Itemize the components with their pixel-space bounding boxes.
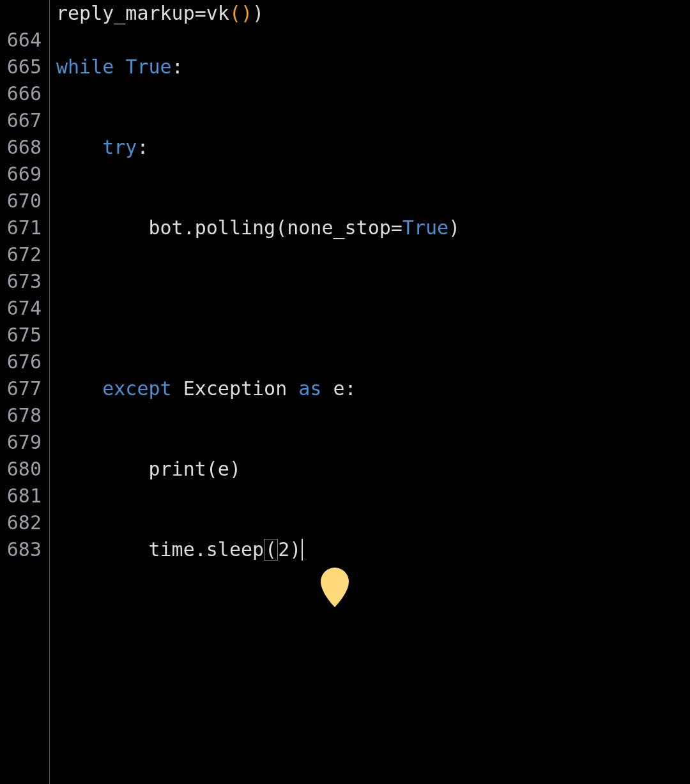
code-line[interactable] — [56, 349, 690, 375]
code-token: reply_markup=vk — [56, 2, 229, 24]
line-number: 670 — [0, 188, 49, 215]
code-editor[interactable]: 6646656666676686696706716726736746756766… — [0, 0, 690, 784]
line-number: 664 — [0, 27, 49, 54]
code-token: True — [402, 216, 448, 239]
matched-bracket: ( — [264, 539, 278, 561]
code-token: ) — [241, 2, 252, 24]
line-number: 681 — [0, 483, 49, 509]
code-token: : — [137, 136, 148, 158]
code-line[interactable]: while True: — [56, 54, 690, 80]
code-token: e: — [321, 377, 356, 400]
code-token: try — [102, 136, 137, 158]
code-line[interactable] — [56, 268, 690, 295]
line-number: 680 — [0, 456, 49, 483]
code-line[interactable]: try: — [56, 134, 690, 161]
code-line[interactable] — [56, 80, 690, 107]
line-number-gutter: 6646656666676686696706716726736746756766… — [0, 0, 50, 784]
code-token: True — [125, 56, 171, 78]
line-number: 667 — [0, 107, 49, 134]
code-token: as — [298, 377, 321, 400]
code-line[interactable] — [56, 188, 690, 215]
line-number: 666 — [0, 80, 49, 107]
code-line[interactable] — [56, 107, 690, 134]
code-line[interactable] — [56, 509, 690, 536]
line-number: 683 — [0, 536, 49, 563]
line-number: 671 — [0, 215, 49, 241]
line-number: 676 — [0, 349, 49, 375]
code-area[interactable]: reply_markup=vk())while True: try: bot.p… — [50, 0, 690, 784]
code-line[interactable]: time.sleep(2) — [56, 536, 690, 563]
cursor-handle-icon[interactable] — [318, 566, 351, 607]
line-number: 665 — [0, 54, 49, 80]
code-line[interactable] — [56, 161, 690, 188]
code-token — [56, 377, 102, 400]
line-number: 672 — [0, 241, 49, 268]
code-token: Exception — [172, 377, 299, 400]
code-token: : — [172, 56, 183, 78]
code-token: ) — [252, 2, 264, 24]
code-line[interactable]: print(e) — [56, 456, 690, 483]
code-line[interactable]: except Exception as e: — [56, 375, 690, 402]
text-cursor — [302, 539, 303, 561]
code-token — [114, 56, 125, 78]
line-number: 679 — [0, 429, 49, 456]
code-line[interactable]: bot.polling(none_stop=True) — [56, 215, 690, 241]
code-token: ( — [229, 2, 241, 24]
code-line[interactable] — [56, 295, 690, 322]
code-line[interactable]: reply_markup=vk()) — [56, 0, 690, 27]
line-number: 682 — [0, 509, 49, 536]
code-line[interactable] — [56, 402, 690, 429]
line-number: 677 — [0, 375, 49, 402]
code-line[interactable] — [56, 429, 690, 456]
code-token — [56, 136, 102, 158]
line-number: 675 — [0, 322, 49, 349]
code-token: ) — [448, 216, 460, 239]
code-token: except — [102, 377, 171, 400]
line-number: 669 — [0, 161, 49, 188]
code-token: time.sleep — [56, 538, 264, 561]
code-line[interactable] — [56, 241, 690, 268]
line-number — [0, 0, 49, 27]
code-token: bot.polling(none_stop= — [56, 216, 402, 239]
line-number: 668 — [0, 134, 49, 161]
line-number: 674 — [0, 295, 49, 322]
line-number: 673 — [0, 268, 49, 295]
code-token: print(e) — [56, 458, 241, 480]
code-line[interactable] — [56, 483, 690, 509]
code-token: while — [56, 56, 114, 78]
code-line[interactable] — [56, 27, 690, 54]
code-token: 2) — [278, 538, 301, 561]
line-number: 678 — [0, 402, 49, 429]
code-line[interactable] — [56, 322, 690, 349]
